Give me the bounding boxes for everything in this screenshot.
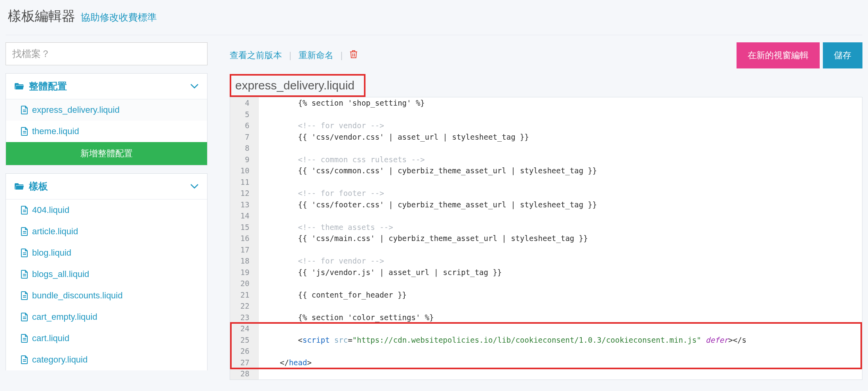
code-line[interactable]: 24 <box>230 323 862 334</box>
file-item[interactable]: theme.liquid <box>6 121 207 142</box>
line-number: 5 <box>230 109 259 120</box>
code-line[interactable]: 8 <box>230 142 862 154</box>
page-subtitle-link[interactable]: 協助修改收費標準 <box>81 11 157 24</box>
code-line[interactable]: 26 <box>230 345 862 357</box>
rename-link[interactable]: 重新命名 <box>299 49 333 61</box>
code-content: {{ 'css/vendor.css' | asset_url | styles… <box>259 131 529 143</box>
folder-open-icon <box>15 82 24 90</box>
file-icon <box>21 227 28 236</box>
file-name: cart_empty.liquid <box>32 312 97 322</box>
line-number: 11 <box>230 177 259 188</box>
code-content: <!-- theme assets --> <box>259 222 393 233</box>
code-line[interactable]: 19 {{ 'js/vendor.js' | asset_url | scrip… <box>230 267 862 278</box>
code-content: <!-- for footer --> <box>259 188 384 199</box>
file-icon <box>21 106 28 114</box>
code-line[interactable]: 17 <box>230 244 862 256</box>
templates-file-list: 404.liquidarticle.liquidblog.liquidblogs… <box>6 199 207 370</box>
save-button[interactable]: 儲存 <box>823 42 862 68</box>
code-content: {% section 'color_settings' %} <box>259 312 434 323</box>
code-line[interactable]: 21 {{ content_for_header }} <box>230 289 862 301</box>
file-icon <box>21 127 28 136</box>
code-content: <!-- common css rulesets --> <box>259 154 425 165</box>
edit-new-window-button[interactable]: 在新的視窗編輯 <box>737 42 820 68</box>
file-name: blog.liquid <box>32 248 71 258</box>
file-item[interactable]: cart.liquid <box>6 328 207 349</box>
layout-file-list: express_delivery.liquidtheme.liquid <box>6 99 207 142</box>
code-content: {{ 'css/common.css' | cyberbiz_theme_ass… <box>259 165 597 177</box>
code-line[interactable]: 23 {% section 'color_settings' %} <box>230 312 862 323</box>
file-name: express_delivery.liquid <box>32 105 120 115</box>
chevron-down-icon <box>190 84 198 89</box>
code-editor[interactable]: 4 {% section 'shop_setting' %}56 <!-- fo… <box>230 97 862 380</box>
file-item[interactable]: article.liquid <box>6 221 207 242</box>
line-number: 13 <box>230 199 259 211</box>
divider: | <box>289 50 291 61</box>
code-content: <script src="https://cdn.websitepolicies… <box>259 334 746 346</box>
line-number: 14 <box>230 210 259 222</box>
line-number: 15 <box>230 222 259 233</box>
file-item[interactable]: express_delivery.liquid <box>6 99 207 121</box>
prev-version-link[interactable]: 查看之前版本 <box>230 49 282 61</box>
code-line[interactable]: 5 <box>230 109 862 120</box>
file-name: category.liquid <box>32 355 88 365</box>
code-line[interactable]: 6 <!-- for vendor --> <box>230 120 862 131</box>
file-item[interactable]: cart_empty.liquid <box>6 306 207 328</box>
line-number: 12 <box>230 188 259 199</box>
code-line[interactable]: 18 <!-- for vendor --> <box>230 255 862 267</box>
file-icon <box>21 206 28 214</box>
code-content <box>259 300 262 312</box>
file-icon <box>21 291 28 300</box>
file-icon <box>21 355 28 364</box>
line-number: 4 <box>230 97 259 109</box>
code-line[interactable]: 12 <!-- for footer --> <box>230 188 862 199</box>
file-item[interactable]: blogs_all.liquid <box>6 264 207 285</box>
file-item[interactable]: category.liquid <box>6 349 207 370</box>
code-content <box>259 142 262 154</box>
line-number: 23 <box>230 312 259 323</box>
code-content <box>259 109 262 120</box>
line-number: 24 <box>230 323 259 334</box>
add-layout-button[interactable]: 新增整體配置 <box>6 142 207 165</box>
code-line[interactable]: 16 {{ 'css/main.css' | cyberbiz_theme_as… <box>230 233 862 244</box>
divider: | <box>341 50 343 61</box>
code-line[interactable]: 20 <box>230 278 862 289</box>
file-item[interactable]: blog.liquid <box>6 242 207 264</box>
file-name: article.liquid <box>32 226 78 237</box>
code-line[interactable]: 7 {{ 'css/vendor.css' | asset_url | styl… <box>230 131 862 143</box>
file-name: cart.liquid <box>32 333 69 344</box>
code-content: {{ content_for_header }} <box>259 289 407 301</box>
code-content <box>259 244 262 256</box>
panel-templates-head[interactable]: 樣板 <box>6 174 207 199</box>
code-line[interactable]: 11 <box>230 177 862 188</box>
panel-templates: 樣板 404.liquidarticle.liquidblog.liquidbl… <box>6 173 207 370</box>
line-number: 18 <box>230 255 259 267</box>
file-item[interactable]: 404.liquid <box>6 199 207 221</box>
code-line[interactable]: 28 <box>230 368 862 380</box>
line-number: 10 <box>230 165 259 177</box>
code-content: <!-- for vendor --> <box>259 255 384 267</box>
code-line[interactable]: 4 {% section 'shop_setting' %} <box>230 97 862 109</box>
toolbar: 查看之前版本 | 重新命名 | 在新的視窗編輯 儲存 <box>230 42 862 68</box>
panel-templates-title: 樣板 <box>29 180 48 193</box>
line-number: 27 <box>230 357 259 368</box>
code-content: {{ 'css/footer.css' | cyberbiz_theme_ass… <box>259 199 597 211</box>
code-line[interactable]: 13 {{ 'css/footer.css' | cyberbiz_theme_… <box>230 199 862 211</box>
panel-layout-head[interactable]: 整體配置 <box>6 74 207 99</box>
line-number: 22 <box>230 300 259 312</box>
page-title: 樣板編輯器 <box>8 7 75 25</box>
line-number: 17 <box>230 244 259 256</box>
file-icon <box>21 313 28 321</box>
trash-icon[interactable] <box>350 50 358 61</box>
code-line[interactable]: 10 {{ 'css/common.css' | cyberbiz_theme_… <box>230 165 862 177</box>
code-line[interactable]: 15 <!-- theme assets --> <box>230 222 862 233</box>
search-input[interactable] <box>6 42 207 65</box>
code-line[interactable]: 22 <box>230 300 862 312</box>
code-content <box>259 278 262 289</box>
file-item[interactable]: bundle_discounts.liquid <box>6 285 207 306</box>
code-line[interactable]: 27 </head> <box>230 357 862 368</box>
code-line[interactable]: 14 <box>230 210 862 222</box>
code-line[interactable]: 25 <script src="https://cdn.websitepolic… <box>230 334 862 346</box>
code-content: {{ 'js/vendor.js' | asset_url | script_t… <box>259 267 502 278</box>
code-content: {{ 'css/main.css' | cyberbiz_theme_asset… <box>259 233 588 244</box>
code-line[interactable]: 9 <!-- common css rulesets --> <box>230 154 862 165</box>
